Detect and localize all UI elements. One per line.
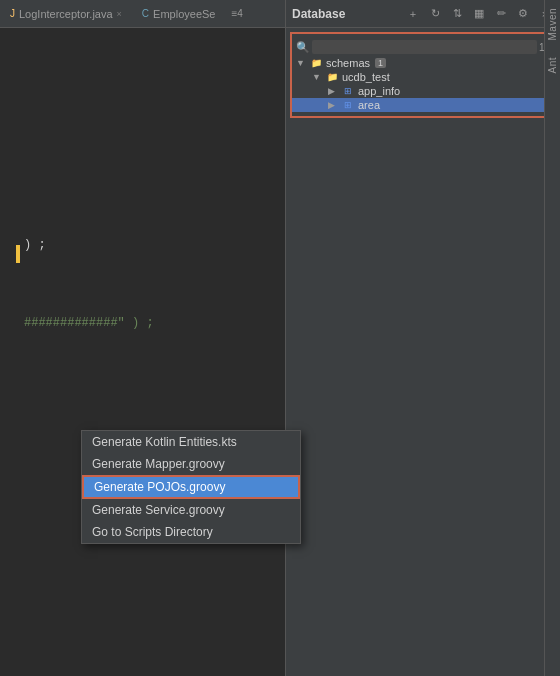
tab-overflow[interactable]: ≡4 [225,8,248,19]
db-refresh-btn[interactable]: ↻ [426,5,444,23]
submenu-service-label: Generate Service.groovy [92,503,225,517]
submenu-scripted: Generate Kotlin Entities.kts Generate Ma… [81,430,301,544]
tree-label-appinfo: app_info [358,85,400,97]
db-edit-btn[interactable]: ✏ [492,5,510,23]
table-icon-area: ⊞ [341,99,355,111]
db-filter-btn[interactable]: ▦ [470,5,488,23]
tree-label-ucdb: ucdb_test [342,71,390,83]
tree-arrow-ucdb: ▼ [312,72,322,82]
db-tree: 🔍 12 ▼ 📁 schemas 1 ▼ 📁 ucdb_test ▶ ⊞ app… [290,32,556,118]
db-settings-btn[interactable]: ⚙ [514,5,532,23]
db-panel: Database + ↻ ⇅ ▦ ✏ ⚙ × 🔍 12 ▼ 📁 schemas … [285,0,560,676]
db-toolbar: + ↻ ⇅ ▦ ✏ ⚙ × [404,5,554,23]
tab-c-icon: C [142,8,149,19]
tree-search-bar[interactable] [312,40,537,54]
tree-item-ucdb[interactable]: ▼ 📁 ucdb_test [292,70,554,84]
submenu-kotlin-label: Generate Kotlin Entities.kts [92,435,237,449]
folder-icon-schemas: 📁 [309,57,323,69]
tree-filter-icon: 🔍 [296,41,310,54]
tree-top-bar: 🔍 12 [292,38,554,56]
tree-arrow-schemas: ▼ [296,58,306,68]
editor-area: J LogInterceptor.java × C EmployeeSe ≡4 … [0,0,285,676]
tree-item-area[interactable]: ▶ ⊞ area [292,98,554,112]
submenu-item-service[interactable]: Generate Service.groovy [82,499,300,521]
db-header: Database + ↻ ⇅ ▦ ✏ ⚙ × [286,0,560,28]
submenu-item-kotlin[interactable]: Generate Kotlin Entities.kts [82,431,300,453]
submenu-mapper-label: Generate Mapper.groovy [92,457,225,471]
code-text-1: ) ; [24,236,46,254]
submenu-item-goscripts[interactable]: Go to Scripts Directory [82,521,300,543]
side-tab-maven[interactable]: Maven [545,0,560,49]
submenu-item-mapper[interactable]: Generate Mapper.groovy [82,453,300,475]
code-line-2: #############" ) ; [16,314,285,332]
tab-bar: J LogInterceptor.java × C EmployeeSe ≡4 [0,0,285,28]
submenu-item-pojos[interactable]: Generate POJOs.groovy [82,475,300,499]
tab-label-2: EmployeeSe [153,8,215,20]
tree-arrow-area: ▶ [328,100,338,110]
folder-icon-ucdb: 📁 [325,71,339,83]
code-line-1: ) ; [16,236,285,254]
db-sync-btn[interactable]: ⇅ [448,5,466,23]
tree-label-area: area [358,99,380,111]
tab-loginterceptor[interactable]: J LogInterceptor.java × [0,4,132,24]
schemas-badge: 1 [375,58,386,68]
tree-arrow-appinfo: ▶ [328,86,338,96]
code-text-2: #############" ) ; [24,314,154,332]
submenu-goscripts-label: Go to Scripts Directory [92,525,213,539]
editor-content: ) ; #############" ) ; [0,28,285,676]
tree-label-schemas: schemas [326,57,370,69]
tab-close-icon[interactable]: × [117,9,122,19]
table-icon-appinfo: ⊞ [341,85,355,97]
tree-item-appinfo[interactable]: ▶ ⊞ app_info [292,84,554,98]
side-tab-ant[interactable]: Ant [545,49,560,82]
db-add-btn[interactable]: + [404,5,422,23]
db-title: Database [292,7,345,21]
line-gutter [16,245,20,263]
tab-java-icon: J [10,8,15,19]
tab-employeese[interactable]: C EmployeeSe [132,4,226,24]
submenu-pojos-label: Generate POJOs.groovy [94,480,225,494]
tab-label: LogInterceptor.java [19,8,113,20]
side-tabs: Maven Ant [544,0,560,676]
tree-item-schemas[interactable]: ▼ 📁 schemas 1 [292,56,554,70]
